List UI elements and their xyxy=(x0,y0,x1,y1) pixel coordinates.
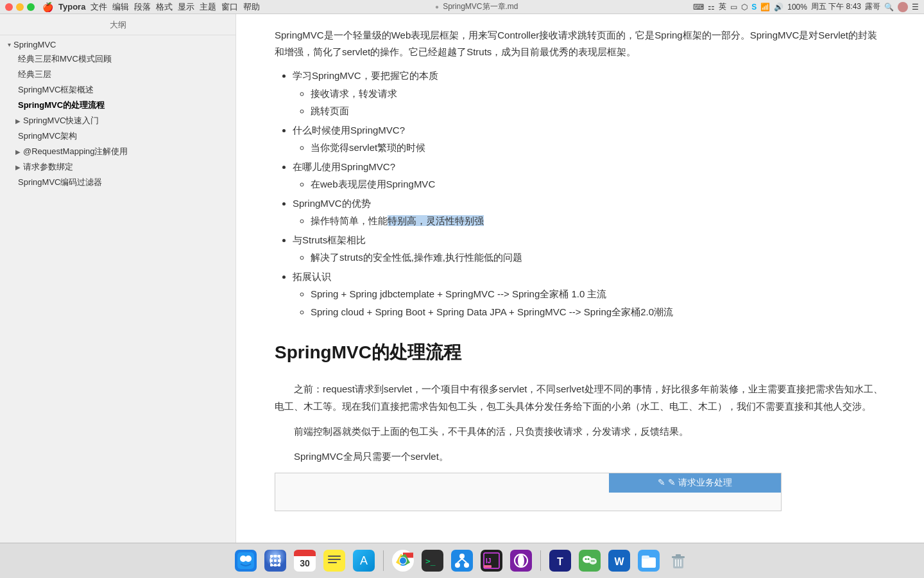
menu-icon[interactable]: ☰ xyxy=(912,3,919,12)
svg-point-48 xyxy=(589,558,597,565)
eclipse-icon xyxy=(510,550,532,572)
dock-sourcetree[interactable] xyxy=(449,548,475,574)
menu-file[interactable]: 文件 xyxy=(90,1,107,13)
bullet-text: 在哪儿使用SpringMVC? xyxy=(293,161,395,172)
sidebar-item-architecture[interactable]: SpringMVC架构 xyxy=(0,128,235,144)
sidebar-item-quickstart[interactable]: ▶ SpringMVC快速入门 xyxy=(0,113,235,128)
svg-text:>_: >_ xyxy=(425,556,436,566)
list-item: 当你觉得servlet繁琐的时候 xyxy=(311,139,886,156)
svg-rect-22 xyxy=(328,562,337,563)
sidebar-item-param-binding[interactable]: ▶ 请求参数绑定 xyxy=(0,159,235,175)
bullet-text: 学习SpringMVC，要把握它的本质 xyxy=(293,70,438,81)
notes-icon xyxy=(323,550,345,572)
sidebar-item-classic-three-mvc[interactable]: 经典三层和MVC模式回顾 xyxy=(0,51,235,67)
titlebar-center: ● SpringMVC第一章.md xyxy=(435,1,518,12)
battery-label: 100% xyxy=(787,3,807,12)
main-area: 大纲 ▾ SpringMVC 经典三层和MVC模式回顾 经典三层 SpringM… xyxy=(0,14,924,543)
svg-point-51 xyxy=(591,560,592,561)
svg-rect-56 xyxy=(642,557,656,568)
sidebar-item-process-flow[interactable]: SpringMVC的处理流程 xyxy=(0,98,235,113)
dock-finder[interactable] xyxy=(233,548,259,574)
menu-display[interactable]: 显示 xyxy=(178,1,194,13)
user-label: 露哥 xyxy=(865,1,880,12)
bullet-text: 与Struts框架相比 xyxy=(293,234,366,245)
minimize-button[interactable] xyxy=(16,3,24,11)
sidebar-item-requestmapping[interactable]: ▶ @RequestMapping注解使用 xyxy=(0,144,235,159)
sidebar-item-encoding-filter[interactable]: SpringMVC编码过滤器 xyxy=(0,175,235,190)
dock-word[interactable]: W xyxy=(606,548,632,574)
dock-launchpad[interactable] xyxy=(262,548,288,574)
content-para-2: 前端控制器就类似于上面的包工头，不干具体的活，只负责接收请求，分发请求，反馈结果… xyxy=(275,423,886,440)
dock-eclipse[interactable] xyxy=(508,548,534,574)
svg-text:A: A xyxy=(360,554,368,567)
sidebar-item-springmvc[interactable]: ▾ SpringMVC xyxy=(0,38,235,51)
bluetooth-icon: ⬡ xyxy=(741,3,748,12)
sub-bullet-list: 接收请求，转发请求 跳转页面 xyxy=(293,85,886,119)
bullet-text: 拓展认识 xyxy=(293,271,331,282)
sub-bullet-list: 在web表现层使用SpringMVC xyxy=(293,176,886,193)
chevron-down-icon: ▾ xyxy=(8,41,11,48)
svg-rect-13 xyxy=(274,564,277,566)
dock-intellij[interactable]: IJ xyxy=(479,548,504,574)
list-item: 在web表现层使用SpringMVC xyxy=(311,176,886,193)
svg-point-33 xyxy=(455,563,460,568)
sourcetree-icon xyxy=(451,550,473,572)
menu-help[interactable]: 帮助 xyxy=(243,1,260,13)
menu-window[interactable]: 窗口 xyxy=(221,1,238,13)
sidebar-item-framework-overview[interactable]: SpringMVC框架概述 xyxy=(0,82,235,98)
apple-icon[interactable]: 🍎 xyxy=(42,2,53,12)
dock-finder2[interactable] xyxy=(636,548,662,574)
dock-wechat[interactable] xyxy=(577,548,603,574)
files-icon xyxy=(638,550,660,572)
typora-label: Typora xyxy=(58,2,85,12)
list-item: SpringMVC的优势 操作特简单，性能特别高，灵活性特别强 xyxy=(293,195,886,229)
content-para-3: SpringMVC全局只需要一个servlet。 xyxy=(275,448,886,465)
dock-trash[interactable] xyxy=(665,548,691,574)
sidebar-item-label: SpringMVC xyxy=(13,40,56,49)
menu-theme[interactable]: 主题 xyxy=(200,1,216,13)
screen-icon: ▭ xyxy=(730,3,737,12)
svg-rect-19 xyxy=(323,550,345,572)
content-para-1: 之前：request请求到servlet，一个项目中有很多servlet，不同s… xyxy=(275,380,886,415)
dock-separator xyxy=(383,550,384,571)
list-item: Spring cloud + Spring Boot + Spring Data… xyxy=(311,304,886,320)
keyboard-icon: ⌨ xyxy=(693,3,704,12)
diagram-label: ✎ 请求业务处理 xyxy=(668,477,732,487)
svg-rect-6 xyxy=(270,555,273,557)
finder-icon xyxy=(235,550,257,572)
svg-point-28 xyxy=(400,557,406,564)
list-item: 在哪儿使用SpringMVC? 在web表现层使用SpringMVC xyxy=(293,159,886,193)
maximize-button[interactable] xyxy=(27,3,35,11)
close-button[interactable] xyxy=(5,3,13,11)
titlebar-left: 🍎 Typora 文件 编辑 段落 格式 显示 主题 窗口 帮助 xyxy=(5,1,260,13)
sidebar-item-classic-three[interactable]: 经典三层 xyxy=(0,67,235,82)
menu-format[interactable]: 格式 xyxy=(156,1,173,13)
dock-terminal[interactable]: >_ xyxy=(420,548,445,574)
titlebar: 🍎 Typora 文件 编辑 段落 格式 显示 主题 窗口 帮助 ● Sprin… xyxy=(0,0,924,14)
sidebar-item-label: @RequestMapping注解使用 xyxy=(23,146,128,157)
search-icon[interactable]: 🔍 xyxy=(884,3,894,12)
sidebar-item-label: 请求参数绑定 xyxy=(23,161,73,173)
calendar-icon: 30 xyxy=(294,550,316,572)
svg-point-49 xyxy=(585,558,587,560)
intro-text: SpringMVC是一个轻量级的Web表现层框架，用来写Controller接收… xyxy=(275,27,886,60)
menu-paragraph[interactable]: 段落 xyxy=(134,1,151,13)
terminal-icon: >_ xyxy=(422,550,443,572)
lang-indicator[interactable]: 英 xyxy=(719,1,726,12)
dock-calendar[interactable]: 30 xyxy=(292,548,318,574)
svg-text:IJ: IJ xyxy=(486,557,491,565)
menu-edit[interactable]: 编辑 xyxy=(112,1,129,13)
volume-icon: 🔊 xyxy=(774,3,783,12)
dock-notes[interactable] xyxy=(321,548,347,574)
dock-chrome[interactable] xyxy=(390,548,416,574)
skype-icon: S xyxy=(751,3,757,12)
svg-rect-40 xyxy=(484,565,492,568)
list-item: 跳转页面 xyxy=(311,103,886,119)
sub-bullet-list: Spring + Spring jdbctemplate + SpringMVC… xyxy=(293,286,886,320)
svg-rect-20 xyxy=(328,556,341,557)
intellij-icon: IJ xyxy=(481,550,502,572)
highlighted-text: 特别高，灵活性特别强 xyxy=(388,215,484,226)
dock-appstore[interactable]: A xyxy=(351,548,377,574)
dock-typora[interactable]: T xyxy=(547,548,573,574)
bullet-text: SpringMVC的优势 xyxy=(293,198,371,209)
